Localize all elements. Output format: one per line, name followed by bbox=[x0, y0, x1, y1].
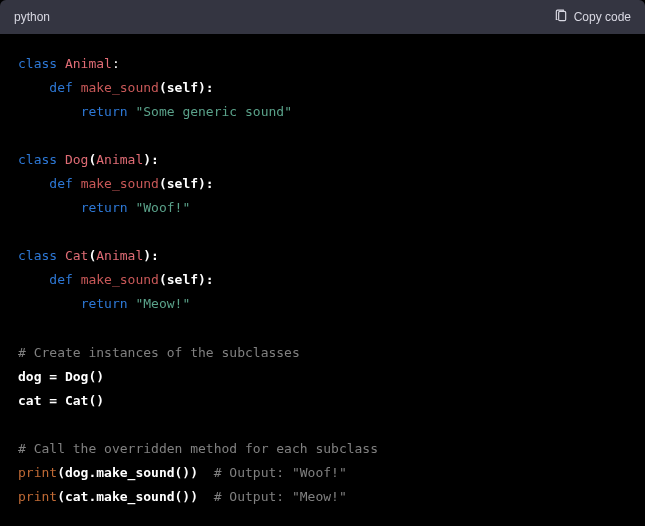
string: "Some generic sound" bbox=[135, 104, 292, 119]
punct: ): bbox=[143, 152, 159, 167]
keyword: class bbox=[18, 152, 57, 167]
punct: ): bbox=[198, 272, 214, 287]
comment: # Create instances of the subclasses bbox=[18, 345, 300, 360]
method-name: make_sound bbox=[81, 272, 159, 287]
keyword: return bbox=[81, 296, 128, 311]
code-block: python Copy code class Animal: def make_… bbox=[0, 0, 645, 526]
string: "Woof!" bbox=[135, 200, 190, 215]
self-param: self bbox=[167, 80, 198, 95]
self-param: self bbox=[167, 272, 198, 287]
statement: cat = Cat() bbox=[18, 393, 104, 408]
keyword: class bbox=[18, 248, 57, 263]
base-class: Animal bbox=[96, 248, 143, 263]
punct: : bbox=[112, 56, 120, 71]
method-name: make_sound bbox=[81, 80, 159, 95]
comment: # Output: "Meow!" bbox=[198, 489, 347, 504]
keyword: class bbox=[18, 56, 57, 71]
self-param: self bbox=[167, 176, 198, 191]
comment: # Output: "Woof!" bbox=[198, 465, 347, 480]
punct: ): bbox=[198, 176, 214, 191]
code-content[interactable]: class Animal: def make_sound(self): retu… bbox=[0, 34, 645, 526]
copy-code-label: Copy code bbox=[574, 10, 631, 24]
code-header: python Copy code bbox=[0, 0, 645, 34]
punct: ): bbox=[143, 248, 159, 263]
statement: dog = Dog() bbox=[18, 369, 104, 384]
svg-rect-0 bbox=[558, 11, 565, 20]
keyword: return bbox=[81, 200, 128, 215]
language-label: python bbox=[14, 10, 50, 24]
builtin-fn: print bbox=[18, 489, 57, 504]
builtin-fn: print bbox=[18, 465, 57, 480]
call-args: (dog.make_sound()) bbox=[57, 465, 198, 480]
comment: # Call the overridden method for each su… bbox=[18, 441, 378, 456]
copy-code-button[interactable]: Copy code bbox=[554, 9, 631, 26]
string: "Meow!" bbox=[135, 296, 190, 311]
keyword: def bbox=[49, 272, 72, 287]
keyword: def bbox=[49, 80, 72, 95]
punct: ): bbox=[198, 80, 214, 95]
keyword: return bbox=[81, 104, 128, 119]
punct: ( bbox=[159, 80, 167, 95]
class-name: Animal bbox=[65, 56, 112, 71]
keyword: def bbox=[49, 176, 72, 191]
base-class: Animal bbox=[96, 152, 143, 167]
punct: ( bbox=[159, 272, 167, 287]
method-name: make_sound bbox=[81, 176, 159, 191]
punct: ( bbox=[159, 176, 167, 191]
clipboard-icon bbox=[554, 9, 568, 26]
class-name: Dog bbox=[65, 152, 88, 167]
call-args: (cat.make_sound()) bbox=[57, 489, 198, 504]
class-name: Cat bbox=[65, 248, 88, 263]
